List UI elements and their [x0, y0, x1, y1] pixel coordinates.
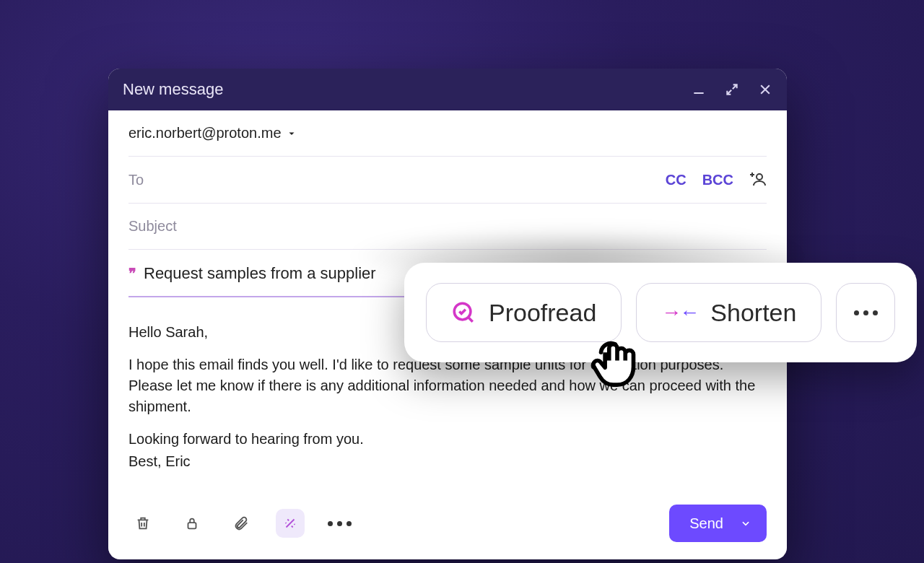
shorten-label: Shorten: [710, 299, 796, 327]
send-label: Send: [689, 515, 723, 532]
popover-more-button[interactable]: [836, 283, 895, 342]
cc-button[interactable]: CC: [666, 172, 687, 188]
from-field-row: eric.norbert@proton.me: [128, 110, 767, 157]
from-address: eric.norbert@proton.me: [128, 125, 282, 141]
to-field-row[interactable]: To CC BCC: [128, 157, 767, 204]
delete-button[interactable]: [128, 509, 157, 538]
body-signature: Best, Eric: [128, 451, 767, 472]
ai-suggestion-popover: Proofread →← Shorten: [404, 263, 917, 362]
ellipsis-icon: [854, 310, 878, 315]
encryption-button[interactable]: [178, 509, 206, 538]
close-button[interactable]: [758, 82, 772, 97]
svg-rect-6: [188, 523, 196, 528]
body-paragraph-2: Looking forward to hearing from you.: [128, 429, 767, 450]
quote-icon: ❞: [128, 265, 135, 282]
ai-assistant-button[interactable]: [276, 509, 305, 538]
to-actions: CC BCC: [666, 171, 767, 188]
to-label: To: [128, 172, 666, 188]
expand-button[interactable]: [725, 82, 739, 97]
proofread-icon: [451, 300, 476, 325]
bottom-toolbar: Send: [108, 492, 787, 559]
window-title: New message: [123, 80, 692, 99]
svg-point-5: [757, 174, 762, 180]
titlebar: New message: [108, 69, 787, 110]
send-button[interactable]: Send: [669, 505, 767, 542]
bcc-button[interactable]: BCC: [702, 172, 733, 188]
body-paragraph-1: I hope this email finds you well. I'd li…: [128, 354, 767, 417]
proofread-button[interactable]: Proofread: [426, 283, 622, 342]
more-options-button[interactable]: [325, 509, 354, 538]
svg-line-8: [468, 318, 473, 322]
chevron-down-icon: [287, 125, 296, 141]
proofread-label: Proofread: [489, 299, 596, 327]
shorten-icon: →←: [661, 301, 697, 324]
subject-field-row[interactable]: Subject: [128, 204, 767, 250]
attachment-button[interactable]: [227, 509, 256, 538]
ai-prompt-row[interactable]: ❞ Request samples from a supplier: [128, 250, 417, 297]
shorten-button[interactable]: →← Shorten: [636, 283, 821, 342]
minimize-button[interactable]: [692, 82, 706, 97]
from-selector[interactable]: eric.norbert@proton.me: [128, 125, 296, 141]
add-contact-button[interactable]: [749, 171, 767, 188]
window-actions: [692, 82, 772, 97]
subject-placeholder: Subject: [128, 218, 177, 235]
ai-prompt-text: Request samples from a supplier: [144, 264, 376, 283]
